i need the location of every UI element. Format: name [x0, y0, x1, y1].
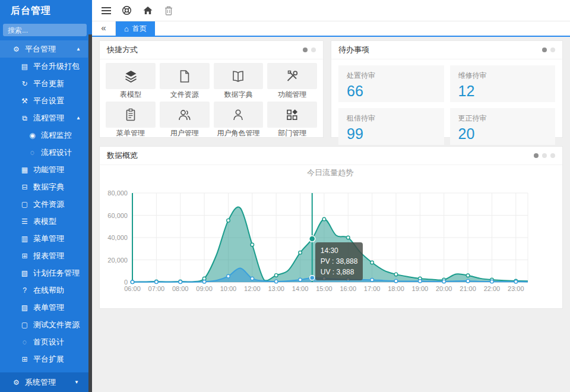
carousel-dot[interactable]	[542, 153, 547, 158]
uv-point	[370, 278, 374, 282]
x-tick-label: 08:00	[172, 285, 189, 292]
menu-icon[interactable]	[96, 0, 116, 21]
shortcut-tile[interactable]: 用户管理	[160, 102, 210, 138]
todo-card-value: 20	[458, 125, 547, 143]
sidebar-item[interactable]: ⧉流程管理▲	[0, 109, 88, 127]
shortcut-tile[interactable]: 菜单管理	[106, 102, 156, 138]
search-input[interactable]	[3, 26, 102, 34]
sidebar-item-label: 平台设置	[33, 96, 64, 105]
shortcut-tile[interactable]: 功能管理	[267, 63, 317, 99]
package-icon: ▤	[20, 58, 29, 75]
carousel-dot[interactable]	[550, 153, 555, 158]
todo-card-value: 66	[347, 83, 436, 100]
uv-point	[394, 279, 398, 283]
pv-point	[394, 273, 398, 276]
system-gear-icon: ⚙	[12, 378, 21, 387]
pv-point	[299, 251, 302, 255]
search-box	[3, 24, 87, 36]
x-tick-label: 23:00	[508, 285, 524, 292]
main-content: 快捷方式 表模型文件资源数据字典功能管理菜单管理用户管理用户角色管理部门管理 待…	[92, 37, 570, 392]
carousel-dot[interactable]	[550, 48, 555, 52]
shortcut-tile[interactable]: 用户角色管理	[214, 102, 264, 138]
table-model-icon: ☰	[20, 213, 29, 230]
y-tick-label: 80,000	[107, 189, 128, 197]
tab-home-label: 首页	[132, 24, 147, 34]
todo-card[interactable]: 处置待审66	[338, 65, 444, 102]
pv-point	[466, 274, 470, 277]
uv-point	[346, 278, 350, 282]
shortcut-tile-label: 表模型	[106, 90, 156, 99]
carousel-dot[interactable]	[542, 48, 547, 52]
uv-point	[274, 280, 278, 283]
nav-ring-icon[interactable]	[116, 0, 137, 21]
x-tick-label: 07:00	[148, 285, 165, 292]
uv-point	[322, 277, 326, 280]
todo-panel: 待办事项 处置待审66维修待审12租借待审99更正待审20	[331, 40, 563, 138]
sidebar-item-system-manage[interactable]: ⚙ 系统管理 ▼	[0, 372, 88, 392]
sidebar-item-label: 数据字典	[33, 182, 64, 191]
x-tick-label: 12:00	[244, 285, 261, 292]
sidebar-item-label: 表模型	[33, 217, 56, 226]
carousel-dot[interactable]	[303, 48, 308, 52]
chevron-up-icon: ▲	[76, 40, 81, 58]
shortcut-tile[interactable]: 部门管理	[267, 102, 317, 138]
schedule-icon: ▧	[20, 265, 29, 282]
tab-home[interactable]: ⌂ 首页	[116, 21, 155, 36]
pv-point	[251, 243, 254, 246]
sidebar-item[interactable]: ▢文件资源	[0, 195, 88, 213]
shortcut-tile[interactable]: 数据字典	[214, 63, 264, 99]
uv-point	[419, 280, 422, 283]
sidebar-item[interactable]: ▨表单管理	[0, 299, 88, 316]
home-icon[interactable]	[137, 0, 158, 21]
todo-card[interactable]: 维修待审12	[450, 65, 556, 102]
sidebar-item[interactable]: ▥菜单管理	[0, 230, 88, 247]
sidebar-item[interactable]: ⊞平台扩展	[0, 350, 88, 368]
y-tick-label: 40,000	[107, 234, 128, 241]
sidebar-item[interactable]: ◌流程设计	[0, 144, 88, 161]
pv-point	[274, 274, 278, 277]
trash-icon[interactable]	[158, 0, 179, 21]
x-tick-label: 19:00	[412, 285, 429, 292]
sidebar-bottom-label: 系统管理	[25, 377, 56, 388]
todo-card[interactable]: 租借待审99	[338, 108, 444, 145]
files-icon: ▢	[20, 196, 29, 213]
y-tick-label: 60,000	[107, 212, 128, 219]
chevron-down-icon: ▼	[74, 380, 79, 385]
uv-point	[466, 279, 470, 283]
carousel-dot[interactable]	[534, 153, 539, 158]
clipboard-icon	[106, 102, 156, 128]
pv-point	[370, 261, 374, 264]
todo-card-label: 维修待审	[458, 71, 547, 81]
menu-manage-icon: ▥	[20, 230, 29, 248]
sidebar-item[interactable]: ⊞报表管理	[0, 247, 88, 264]
sidebar-item[interactable]: ⚒平台设置	[0, 92, 88, 109]
sidebar-item[interactable]: ▧计划任务管理	[0, 264, 88, 282]
overview-panel: 数据概览 今日流量趋势020,00040,00060,00080,00006:0…	[99, 146, 563, 309]
x-tick-label: 13:00	[268, 285, 284, 292]
sidebar-item[interactable]: ▤平台升级打包	[0, 58, 88, 75]
carousel-dot[interactable]	[311, 48, 316, 52]
sidebar-item[interactable]: ☰表模型	[0, 213, 88, 230]
tabbar: « ⌂ 首页	[92, 21, 570, 37]
sidebar-item[interactable]: ◌首页设计	[0, 333, 88, 350]
x-tick-label: 17:00	[364, 285, 381, 292]
shortcut-tile[interactable]: 表模型	[106, 63, 156, 99]
sidebar-item[interactable]: ⊟数据字典	[0, 178, 88, 195]
sidebar-item[interactable]: ▢测试文件资源	[0, 316, 88, 333]
sidebar-item[interactable]: ▦功能管理	[0, 161, 88, 178]
todo-card[interactable]: 更正待审20	[450, 108, 556, 145]
grid-icon	[267, 102, 317, 128]
shortcuts-carousel-dots	[303, 41, 316, 59]
sidebar-item-label: 平台扩展	[33, 355, 64, 363]
sidebar-item[interactable]: ?在线帮助	[0, 282, 88, 299]
sidebar-item[interactable]: ◉流程监控	[0, 127, 88, 144]
tabs-collapse-button[interactable]: «	[92, 21, 116, 36]
overview-carousel-dots	[534, 147, 555, 165]
uv-point	[179, 280, 182, 284]
sidebar-item[interactable]: ⚙平台管理▲	[0, 40, 88, 58]
form-icon: ▨	[20, 299, 29, 317]
sidebar-item[interactable]: ↻平台更新	[0, 75, 88, 92]
shortcut-tile[interactable]: 文件资源	[160, 63, 210, 99]
uv-point	[131, 280, 134, 284]
shortcuts-panel-header: 快捷方式	[100, 41, 323, 59]
